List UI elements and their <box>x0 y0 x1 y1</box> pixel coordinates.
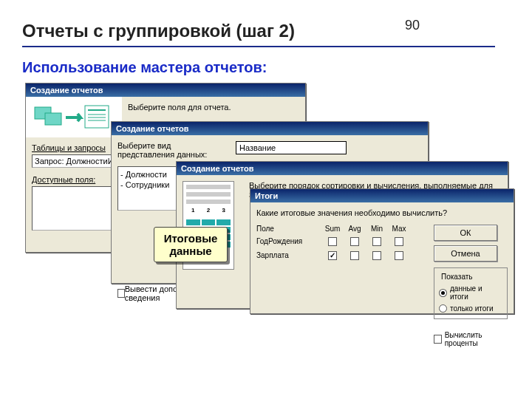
title-divider <box>22 46 495 47</box>
preview-num: 1 <box>186 207 200 214</box>
callout-line: Итоговые <box>162 232 219 245</box>
show-legend: Показать <box>439 273 475 281</box>
radio-icon <box>439 289 447 297</box>
radio-label: данные и итоги <box>450 284 502 301</box>
name-field-box: Название <box>236 141 347 154</box>
window-title: Создание отчетов <box>177 162 508 175</box>
window-title: Итоги <box>250 189 514 202</box>
min-checkbox[interactable] <box>372 251 381 260</box>
callout-summary-data: Итоговые данные <box>154 227 228 262</box>
table-row: ГодРождения <box>256 236 428 247</box>
max-header: Max <box>388 225 410 233</box>
window-title: Создание отчетов <box>26 83 305 97</box>
avg-checkbox[interactable] <box>350 237 359 246</box>
page-number: 90 <box>405 18 420 33</box>
slide-subtitle: Использование мастера отчетов: <box>22 59 267 76</box>
checkbox-icon <box>117 289 125 298</box>
cancel-button[interactable]: Отмена <box>434 245 497 262</box>
avg-header: Avg <box>344 225 366 233</box>
svg-rect-1 <box>45 113 61 125</box>
wizard-art-icon <box>26 97 122 137</box>
radio-label: только итоги <box>450 304 494 313</box>
field-name: Зарплата <box>256 251 321 259</box>
sum-header: Sum <box>321 225 344 233</box>
radio-data-and-totals[interactable]: данные и итоги <box>439 284 502 301</box>
max-checkbox[interactable] <box>395 251 403 260</box>
min-header: Min <box>366 225 388 233</box>
view-instruction: Выберите вид представления данных: <box>117 141 228 159</box>
radio-icon <box>439 304 447 313</box>
field-name: ГодРождения <box>256 237 321 245</box>
radio-totals-only[interactable]: только итоги <box>439 304 502 313</box>
slide-title: Отчеты с группировкой (шаг 2) <box>22 21 295 41</box>
table-row: Зарплата <box>256 250 428 261</box>
totals-table: Поле Sum Avg Min Max ГодРождения Зарплат… <box>256 225 428 347</box>
preview-num: 2 <box>202 207 216 214</box>
avg-checkbox[interactable] <box>350 251 359 260</box>
percent-label: Вычислить проценты <box>445 331 508 347</box>
callout-line: данные <box>162 245 219 257</box>
field-column-header: Поле <box>256 225 321 233</box>
totals-dialog: Итоги Какие итоговые значения необходимо… <box>250 188 514 314</box>
percent-checkbox-row[interactable]: Вычислить проценты <box>434 331 508 347</box>
preview-num: 3 <box>216 207 231 214</box>
totals-question: Какие итоговые значения необходимо вычис… <box>256 208 508 217</box>
svg-rect-2 <box>85 106 109 128</box>
max-checkbox[interactable] <box>395 237 403 246</box>
window-title: Создание отчетов <box>112 122 428 135</box>
sum-checkbox[interactable] <box>328 237 337 246</box>
checkbox-icon <box>434 335 442 344</box>
show-group: Показать данные и итоги только итоги <box>434 267 508 319</box>
min-checkbox[interactable] <box>372 237 381 246</box>
ok-button[interactable]: ОК <box>434 225 497 241</box>
sum-checkbox[interactable] <box>328 251 337 260</box>
